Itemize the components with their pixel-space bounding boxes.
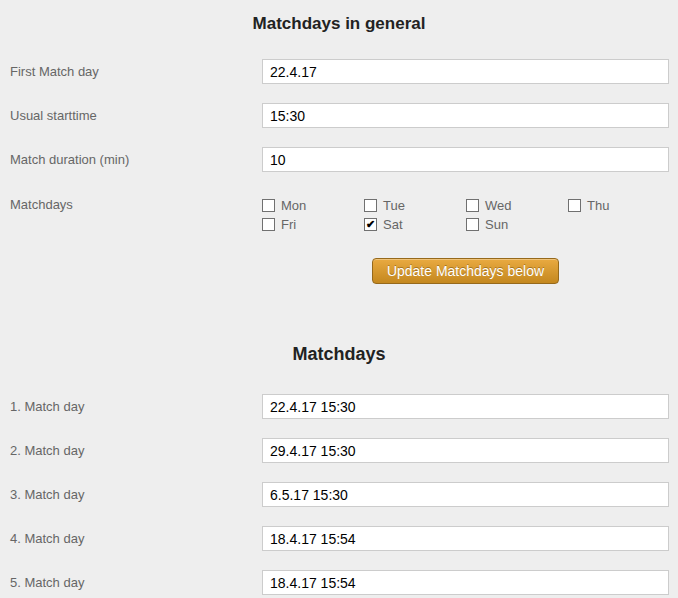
match-day-3-input[interactable]: [262, 482, 669, 507]
match-day-5-input[interactable]: [262, 570, 669, 595]
update-matchdays-button[interactable]: Update Matchdays below: [372, 258, 559, 284]
weekday-checkbox-fri[interactable]: [262, 218, 275, 231]
page: Matchdays in general First Match day Usu…: [0, 0, 678, 595]
weekday-checkbox-sun[interactable]: [466, 218, 479, 231]
weekday-checkbox-section: Matchdays Mon Tue Wed Thu Fri: [10, 198, 669, 231]
weekday-label-sun: Sun: [485, 217, 508, 232]
form-row-match-day-5: 5. Match day: [10, 570, 669, 595]
weekday-label-fri: Fri: [281, 217, 296, 232]
weekday-option-wed[interactable]: Wed: [466, 198, 568, 212]
weekday-option-thu[interactable]: Thu: [568, 198, 670, 212]
section-title-general: Matchdays in general: [0, 0, 678, 34]
form-row-match-day-4: 4. Match day: [10, 526, 669, 551]
match-duration-input[interactable]: [262, 147, 669, 172]
form-row-match-duration: Match duration (min): [10, 147, 669, 172]
section-title-matchdays: Matchdays: [0, 344, 678, 365]
weekday-label-thu: Thu: [587, 198, 609, 213]
match-day-2-label: 2. Match day: [10, 443, 262, 458]
first-match-day-input[interactable]: [262, 59, 669, 84]
match-day-1-label: 1. Match day: [10, 399, 262, 414]
weekday-option-sun[interactable]: Sun: [466, 217, 568, 231]
match-day-5-label: 5. Match day: [10, 575, 262, 590]
first-match-day-label: First Match day: [10, 64, 262, 79]
form-row-usual-starttime: Usual starttime: [10, 103, 669, 128]
weekday-grid: Mon Tue Wed Thu Fri Sat: [262, 198, 670, 231]
weekday-label-mon: Mon: [281, 198, 306, 213]
button-row: Update Matchdays below: [262, 258, 669, 284]
match-day-4-label: 4. Match day: [10, 531, 262, 546]
weekday-option-fri[interactable]: Fri: [262, 217, 364, 231]
weekday-option-mon[interactable]: Mon: [262, 198, 364, 212]
weekday-label-wed: Wed: [485, 198, 512, 213]
matchdays-label: Matchdays: [10, 198, 262, 212]
match-duration-label: Match duration (min): [10, 152, 262, 167]
form-row-match-day-2: 2. Match day: [10, 438, 669, 463]
form-row-match-day-3: 3. Match day: [10, 482, 669, 507]
match-day-4-input[interactable]: [262, 526, 669, 551]
match-day-3-label: 3. Match day: [10, 487, 262, 502]
weekday-checkbox-tue[interactable]: [364, 199, 377, 212]
weekday-checkbox-thu[interactable]: [568, 199, 581, 212]
weekday-checkbox-sat[interactable]: [364, 218, 377, 231]
usual-starttime-label: Usual starttime: [10, 108, 262, 123]
weekday-option-sat[interactable]: Sat: [364, 217, 466, 231]
form-row-first-match-day: First Match day: [10, 59, 669, 84]
form-row-match-day-1: 1. Match day: [10, 394, 669, 419]
weekday-option-tue[interactable]: Tue: [364, 198, 466, 212]
weekday-checkbox-mon[interactable]: [262, 199, 275, 212]
match-day-1-input[interactable]: [262, 394, 669, 419]
weekday-label-sat: Sat: [383, 217, 403, 232]
weekday-checkbox-wed[interactable]: [466, 199, 479, 212]
weekday-label-tue: Tue: [383, 198, 405, 213]
match-day-2-input[interactable]: [262, 438, 669, 463]
usual-starttime-input[interactable]: [262, 103, 669, 128]
